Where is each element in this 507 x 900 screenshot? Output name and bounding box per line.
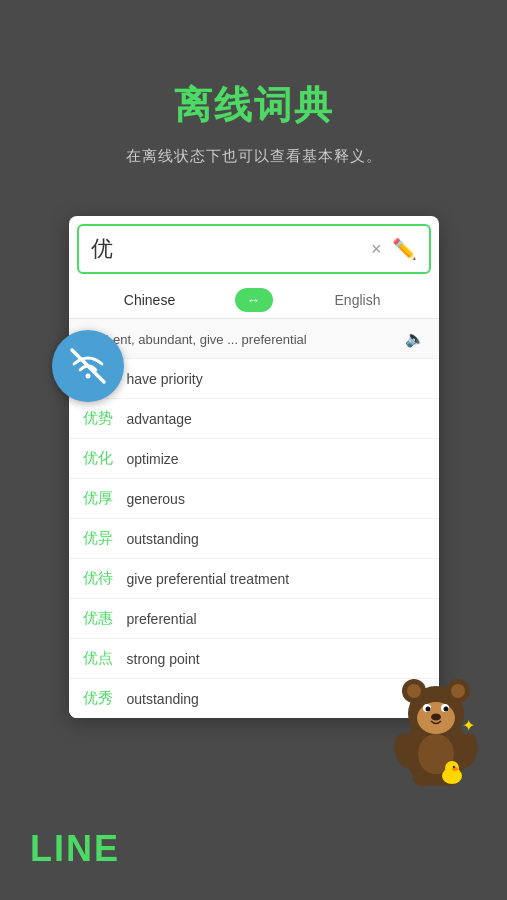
- entry-row[interactable]: 优待give preferential treatment: [69, 559, 439, 599]
- entry-row[interactable]: 优惠preferential: [69, 599, 439, 639]
- swap-icon: ↔: [247, 292, 261, 308]
- svg-point-12: [444, 707, 449, 712]
- entry-chinese: 优点: [83, 649, 115, 668]
- tab-bar: Chinese ↔ English: [69, 282, 439, 319]
- svg-text:✦: ✦: [462, 717, 475, 734]
- tab-switch-button[interactable]: ↔: [235, 288, 273, 312]
- entry-row[interactable]: 优厚generous: [69, 479, 439, 519]
- svg-point-6: [407, 684, 421, 698]
- dictionary-card: 优 × ✏️ Chinese ↔ English [yōu] ent, abun…: [69, 216, 439, 718]
- svg-point-23: [453, 766, 455, 768]
- entry-english: have priority: [127, 371, 203, 387]
- entry-row[interactable]: 优点strong point: [69, 639, 439, 679]
- main-definition: ent, abundant, give ... preferential: [113, 332, 307, 347]
- page-container: 离线词典 在离线状态下也可以查看基本释义。 优 × ✏️ Chinese: [0, 0, 507, 900]
- entry-english: optimize: [127, 451, 179, 467]
- entry-chinese: 优势: [83, 409, 115, 428]
- entry-chinese: 优化: [83, 449, 115, 468]
- clear-button[interactable]: ×: [371, 239, 382, 260]
- main-definition-row: [yōu] ent, abundant, give ... preferenti…: [69, 319, 439, 359]
- edit-icon[interactable]: ✏️: [392, 237, 417, 261]
- svg-point-7: [451, 684, 465, 698]
- search-query: 优: [91, 234, 371, 264]
- entry-chinese: 优待: [83, 569, 115, 588]
- entry-chinese: 优秀: [83, 689, 115, 708]
- svg-point-13: [431, 714, 441, 721]
- entries-list: 优先have priority优势advantage优化optimize优厚ge…: [69, 359, 439, 718]
- entry-row[interactable]: 优先have priority: [69, 359, 439, 399]
- entry-english: generous: [127, 491, 185, 507]
- entry-english: outstanding: [127, 691, 199, 707]
- entry-chinese: 优厚: [83, 489, 115, 508]
- svg-point-1: [86, 374, 91, 379]
- tab-chinese[interactable]: Chinese: [69, 282, 231, 318]
- entry-english: advantage: [127, 411, 192, 427]
- line-logo: LINE: [30, 828, 120, 870]
- svg-point-11: [426, 707, 431, 712]
- entry-english: strong point: [127, 651, 200, 667]
- entry-english: outstanding: [127, 531, 199, 547]
- entry-english: give preferential treatment: [127, 571, 290, 587]
- search-bar: 优 × ✏️: [77, 224, 431, 274]
- entry-row[interactable]: 优势advantage: [69, 399, 439, 439]
- entry-chinese: 优异: [83, 529, 115, 548]
- speaker-icon[interactable]: 🔈: [405, 329, 425, 348]
- entry-row[interactable]: 优化optimize: [69, 439, 439, 479]
- entry-row[interactable]: 优秀outstanding: [69, 679, 439, 718]
- entry-row[interactable]: 优异outstanding: [69, 519, 439, 559]
- entry-chinese: 优惠: [83, 609, 115, 628]
- wifi-off-icon: [52, 330, 124, 402]
- title-section: 离线词典 在离线状态下也可以查看基本释义。: [106, 80, 402, 166]
- bear-mascot: ✦: [384, 656, 489, 790]
- subtitle: 在离线状态下也可以查看基本释义。: [126, 147, 382, 166]
- main-title: 离线词典: [126, 80, 382, 131]
- entry-english: preferential: [127, 611, 197, 627]
- tab-english[interactable]: English: [277, 282, 439, 318]
